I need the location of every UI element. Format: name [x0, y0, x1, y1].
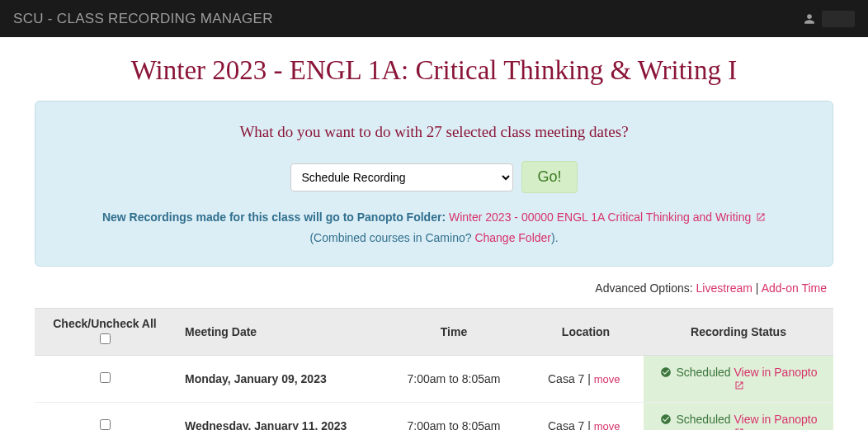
folder-info: New Recordings made for this class will …: [68, 208, 800, 226]
row-date: Wednesday, January 11, 2023: [175, 403, 380, 430]
location-text: Casa 7 |: [548, 419, 594, 430]
external-link-icon: [734, 380, 744, 390]
navbar: SCU - CLASS RECORDING MANAGER: [0, 0, 868, 37]
header-location: Location: [528, 309, 644, 356]
row-date: Monday, January 09, 2023: [175, 356, 380, 403]
header-status: Recording Status: [644, 309, 833, 356]
view-in-panopto-link[interactable]: View in Panopto: [733, 366, 817, 392]
table-row: Wednesday, January 11, 20237:00am to 8:0…: [35, 403, 833, 430]
check-circle-icon: [660, 413, 672, 425]
livestream-link[interactable]: Livestream: [696, 281, 752, 295]
move-link[interactable]: move: [594, 373, 620, 385]
move-link[interactable]: move: [594, 420, 620, 430]
action-row: Schedule Recording Go!: [68, 161, 800, 193]
row-status: Scheduled View in Panopto: [644, 403, 833, 430]
view-in-panopto-link[interactable]: View in Panopto: [733, 413, 817, 430]
status-label: Scheduled: [676, 413, 734, 426]
panopto-folder-link[interactable]: Winter 2023 - 00000 ENGL 1A Critical Thi…: [449, 210, 766, 224]
advanced-label: Advanced Options:: [595, 281, 696, 295]
action-panel: What do you want to do with 27 selected …: [35, 101, 833, 267]
navbar-user-area[interactable]: [804, 11, 855, 27]
row-location: Casa 7 | move: [528, 356, 644, 403]
user-name-placeholder: [822, 11, 855, 27]
panel-prompt: What do you want to do with 27 selected …: [68, 123, 800, 141]
user-icon: [804, 13, 815, 25]
row-checkbox[interactable]: [100, 419, 111, 430]
folder-info-prefix: New Recordings made for this class will …: [102, 210, 449, 224]
external-link-icon: [756, 212, 766, 222]
page-title: Winter 2023 - ENGL 1A: Critical Thinking…: [35, 55, 833, 86]
row-status: Scheduled View in Panopto: [644, 356, 833, 403]
row-time: 7:00am to 8:05am: [380, 403, 528, 430]
advanced-options: Advanced Options: Livestream | Add-on Ti…: [35, 281, 833, 295]
status-label: Scheduled: [676, 366, 734, 379]
row-time: 7:00am to 8:05am: [380, 356, 528, 403]
table-header-row: Check/Uncheck All Meeting Date Time Loca…: [35, 309, 833, 356]
check-all-checkbox[interactable]: [100, 333, 111, 344]
advanced-sep: |: [756, 281, 762, 295]
table-row: Monday, January 09, 20237:00am to 8:05am…: [35, 356, 833, 403]
location-text: Casa 7 |: [548, 372, 594, 385]
row-check-cell: [35, 403, 175, 430]
addon-time-link[interactable]: Add-on Time: [762, 281, 827, 295]
header-date: Meeting Date: [175, 309, 380, 356]
navbar-brand[interactable]: SCU - CLASS RECORDING MANAGER: [13, 11, 273, 27]
header-check: Check/Uncheck All: [35, 309, 175, 356]
action-select[interactable]: Schedule Recording: [290, 163, 513, 191]
sub-prefix: (Combined courses in Camino?: [309, 231, 474, 244]
change-folder-link[interactable]: Change Folder: [474, 231, 551, 244]
row-checkbox[interactable]: [100, 372, 111, 383]
sub-suffix: ).: [551, 231, 559, 244]
go-button[interactable]: Go!: [521, 161, 577, 193]
check-circle-icon: [660, 366, 672, 378]
schedule-table: Check/Uncheck All Meeting Date Time Loca…: [35, 308, 833, 430]
folder-sub-info: (Combined courses in Camino? Change Fold…: [68, 231, 800, 244]
row-check-cell: [35, 356, 175, 403]
header-time: Time: [380, 309, 528, 356]
row-location: Casa 7 | move: [528, 403, 644, 430]
